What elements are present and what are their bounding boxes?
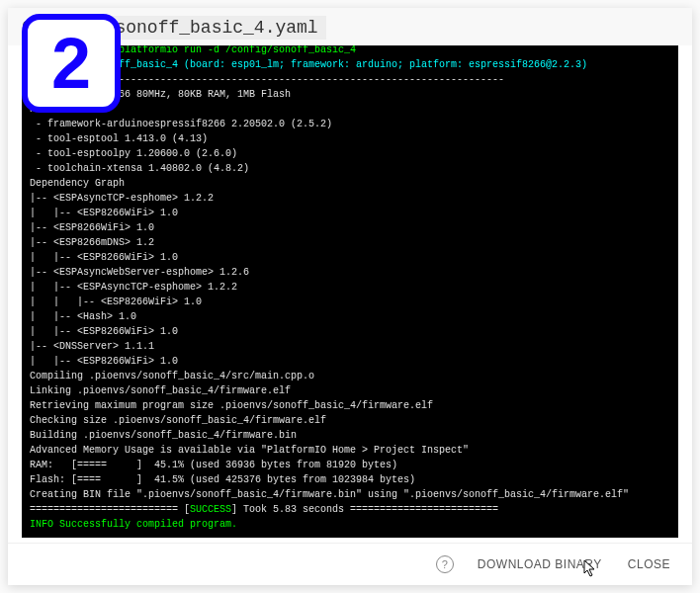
step-badge: 2 xyxy=(22,14,121,113)
terminal-container: INFO Reading configuration /config/sonof… xyxy=(8,45,692,543)
close-button[interactable]: CLOSE xyxy=(626,553,672,575)
terminal-line: Advanced Memory Usage is available via "… xyxy=(30,443,670,458)
terminal-line: | | |-- <ESP8266WiFi> 1.0 xyxy=(30,295,670,309)
terminal-line: - framework-arduinoespressif8266 2.20502… xyxy=(30,117,670,131)
terminal-line: |-- <ESP8266mDNS> 1.2 xyxy=(30,235,670,250)
terminal-line: INFO Successfully compiled program. xyxy=(30,517,670,532)
terminal-line: Dependency Graph xyxy=(30,176,670,191)
terminal-line: ----------------------------------------… xyxy=(30,72,670,87)
terminal-line: PACKAGES: xyxy=(30,102,670,117)
terminal-line: Checking size .pioenvs/sonoff_basic_4/fi… xyxy=(30,413,670,428)
terminal-line: Flash: [==== ] 41.5% (used 425376 bytes … xyxy=(30,472,670,487)
step-badge-number: 2 xyxy=(51,28,91,99)
terminal-line: | |-- <ESP8266WiFi> 1.0 xyxy=(30,250,670,265)
terminal-line: |-- <ESP8266WiFi> 1.0 xyxy=(30,220,670,235)
help-icon[interactable]: ? xyxy=(436,555,454,573)
terminal-line: |-- <ESPAsyncTCP-esphome> 1.2.2 xyxy=(30,191,670,206)
terminal-line: |-- <ESPAsyncWebServer-esphome> 1.2.6 xyxy=(30,265,670,280)
terminal-line: - tool-esptoolpy 1.20600.0 (2.6.0) xyxy=(30,146,670,161)
terminal-line: - toolchain-xtensa 1.40802.0 (4.8.2) xyxy=(30,161,670,176)
terminal-line: HARDWARE: ESP8266 80MHz, 80KB RAM, 1MB F… xyxy=(30,87,670,102)
terminal-line: |-- <DNSServer> 1.1.1 xyxy=(30,339,670,354)
terminal-line: Creating BIN file ".pioenvs/sonoff_basic… xyxy=(30,487,670,502)
terminal-line: | |-- <ESP8266WiFi> 1.0 xyxy=(30,206,670,220)
terminal-line: Compiling .pioenvs/sonoff_basic_4/src/ma… xyxy=(30,369,670,383)
download-binary-button[interactable]: DOWNLOAD BINARY xyxy=(476,553,604,575)
terminal-output[interactable]: INFO Reading configuration /config/sonof… xyxy=(22,45,678,538)
terminal-line: | |-- <ESPAsyncTCP-esphome> 1.2.2 xyxy=(30,280,670,295)
dialog-footer: ? DOWNLOAD BINARY CLOSE xyxy=(8,543,692,585)
terminal-line: ========================= [SUCCESS] Took… xyxy=(30,502,670,517)
terminal-line: Linking .pioenvs/sonoff_basic_4/firmware… xyxy=(30,383,670,398)
terminal-line: RAM: [===== ] 45.1% (used 36936 bytes fr… xyxy=(30,458,670,472)
terminal-line: Processing sonoff_basic_4 (board: esp01_… xyxy=(30,57,670,72)
header-filename: sonoff_basic_4.yaml xyxy=(107,16,325,40)
terminal-line: INFO Running: platformio run -d /config/… xyxy=(30,45,670,57)
terminal-line: | |-- <ESP8266WiFi> 1.0 xyxy=(30,354,670,369)
terminal-line: | |-- <Hash> 1.0 xyxy=(30,309,670,324)
terminal-line: Retrieving maximum program size .pioenvs… xyxy=(30,398,670,413)
terminal-line: Building .pioenvs/sonoff_basic_4/firmwar… xyxy=(30,428,670,443)
terminal-line: | |-- <ESP8266WiFi> 1.0 xyxy=(30,324,670,339)
terminal-line: - tool-esptool 1.413.0 (4.13) xyxy=(30,131,670,146)
